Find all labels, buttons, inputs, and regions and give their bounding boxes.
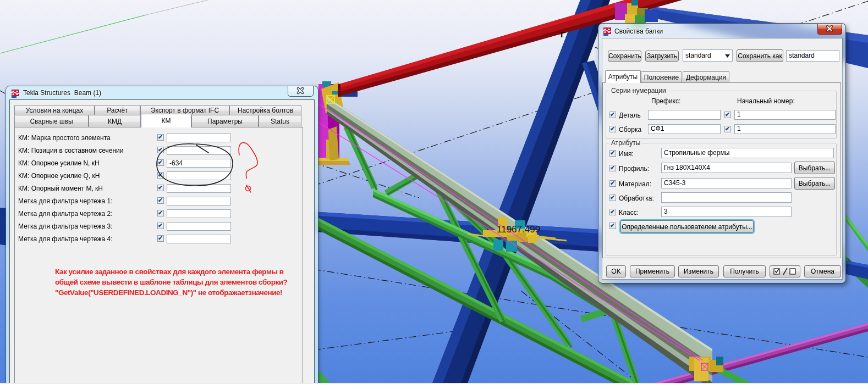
svg-text:11967.499: 11967.499 [497,224,540,235]
svg-text:Г: Г [561,30,565,39]
